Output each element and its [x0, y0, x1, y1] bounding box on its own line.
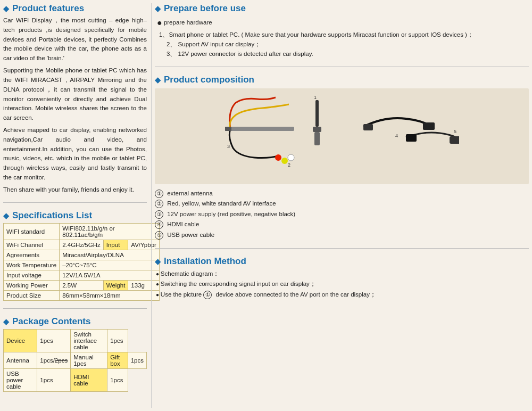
svg-rect-12: [423, 122, 435, 130]
spec-label-input-voltage: Input voltage: [4, 270, 60, 280]
right-column: ◆ Prepare before use ● prepare hardware …: [151, 3, 529, 408]
spec-value-work-temp: –20°C~75°C: [60, 260, 160, 270]
pkg-switch-label: Switch interface cable: [71, 329, 107, 352]
comp-num-5: ⑤: [155, 231, 163, 240]
install-list: Schematic diagram： Switching the corresp…: [155, 269, 529, 300]
svg-rect-6: [225, 127, 231, 131]
svg-rect-7: [315, 100, 319, 127]
diamond-icon-4: ◆: [155, 4, 161, 13]
spec-row-wifi-standard: WIFI standard WIFI802.11b/g/n or 802.11a…: [4, 223, 160, 240]
svg-rect-8: [313, 127, 321, 132]
svg-rect-14: [406, 134, 417, 142]
pkg-hdmi-qty: 1pcs: [107, 368, 128, 391]
install-item-3: Use the picture ① device above connected…: [155, 290, 529, 300]
product-features-title: ◆ Product features: [3, 3, 147, 14]
spec-label-work-temp: Work Temperature: [4, 260, 60, 270]
diamond-icon-2: ◆: [3, 211, 9, 220]
spec-row-agreements: Agreements Miracast/Airplay/DLNA: [4, 250, 160, 260]
comp-item-3: ③ 12V power supply (red positive, negati…: [155, 209, 529, 220]
divider-3: [155, 67, 529, 67]
spec-row-input-voltage: Input voltage 12V/1A 5V/1A: [4, 270, 160, 280]
comp-item-1: ① external antenna: [155, 188, 529, 199]
comp-num-4: ④: [155, 220, 163, 229]
spec-label-weight: Weight: [103, 280, 128, 290]
prepare-list: ● prepare hardware 1、Smart phone or tabl…: [155, 16, 529, 59]
pkg-row-2: Antenna 1pcs/2pcs Manual 1pcs Gift box 1…: [4, 352, 147, 368]
spec-label-agreements: Agreements: [4, 250, 60, 260]
comp-num-1: ①: [155, 190, 163, 198]
comp-num-3: ③: [155, 210, 163, 219]
spec-row-wifi-channel: WiFi Channel 2.4GHz/5GHz Input AV/Ypbpr: [4, 240, 160, 250]
spec-value-working-power: 2.5W: [60, 280, 104, 290]
product-composition-title: ◆ Product composition: [155, 75, 529, 85]
antenna-group: 1: [313, 95, 321, 145]
component-list: ① external antenna ② Red, yellow, white …: [155, 188, 529, 241]
svg-text:3: 3: [227, 144, 230, 149]
package-table: Device 1pcs Switch interface cable 1pcs …: [3, 329, 147, 392]
pkg-device-label: Device: [4, 329, 37, 352]
diamond-icon-6: ◆: [155, 257, 161, 266]
spec-label-input: Input: [103, 240, 128, 250]
pkg-manual-label: Manual 1pcs: [71, 352, 107, 368]
spec-value-wifi-channel: 2.4GHz/5GHz: [60, 240, 104, 250]
spec-label-wifi-standard: WIFI standard: [4, 223, 60, 240]
product-composition-section: ◆ Product composition: [155, 75, 529, 241]
specifications-title: ◆ Specifications List: [3, 210, 147, 221]
svg-point-3: [288, 154, 294, 161]
spec-value-wifi-standard: WIFI802.11b/g/n or 802.11ac/b/g/n: [60, 223, 160, 240]
product-features-body: Car WIFI Display，the most cutting – edge…: [3, 16, 147, 195]
diamond-icon-1: ◆: [3, 4, 9, 13]
svg-rect-0: [230, 127, 294, 131]
pkg-antenna-strike: 2pcs: [55, 357, 68, 364]
pkg-switch-qty: 1pcs: [107, 329, 128, 352]
pkg-usb-label: USB power cable: [4, 368, 37, 391]
page: ◆ Product features Car WIFI Display，the …: [0, 0, 532, 411]
spec-value-input-voltage: 12V/1A 5V/1A: [60, 270, 160, 280]
pkg-usb-qty: 1pcs: [37, 368, 71, 391]
wire-harness-group: 2 3: [225, 97, 294, 168]
hdmi-cable-group: 4: [363, 118, 435, 138]
svg-point-1: [275, 154, 281, 161]
product-features-section: ◆ Product features Car WIFI Display，the …: [3, 3, 147, 195]
package-contents-section: ◆ Package Contents Device 1pcs Switch in…: [3, 316, 147, 392]
prepare-before-use-section: ◆ Prepare before use ● prepare hardware …: [155, 3, 529, 59]
composition-image-area: 2 3 1: [155, 88, 529, 184]
spec-row-work-temp: Work Temperature –20°C~75°C: [4, 260, 160, 270]
pkg-row-1: Device 1pcs Switch interface cable 1pcs: [4, 329, 147, 352]
left-column: ◆ Product features Car WIFI Display，the …: [3, 3, 147, 408]
spec-row-product-size: Product Size 86mm×58mm×18mm: [4, 290, 160, 300]
svg-text:5: 5: [454, 129, 456, 134]
composition-svg: 2 3 1: [225, 95, 459, 177]
pkg-hdmi-label: HDMI cable: [71, 368, 107, 391]
spec-label-working-power: Working Power: [4, 280, 60, 290]
pkg-row-3: USB power cable 1pcs HDMI cable 1pcs: [4, 368, 147, 391]
prepare-item-2: 2、 Support AV input car display；: [155, 39, 529, 49]
spec-label-product-size: Product Size: [4, 290, 60, 300]
installation-method-title: ◆ Installation Method: [155, 256, 529, 267]
spec-label-wifi-channel: WiFi Channel: [4, 240, 60, 250]
svg-rect-11: [363, 124, 373, 130]
svg-text:2: 2: [288, 162, 290, 168]
usb-cable-group: 5: [406, 129, 459, 144]
svg-rect-15: [450, 136, 459, 144]
prepare-before-use-title: ◆ Prepare before use: [155, 3, 529, 14]
bullet-icon: ●: [157, 18, 162, 27]
svg-rect-9: [314, 132, 320, 145]
divider-4: [155, 248, 529, 249]
pkg-device-qty: 1pcs: [37, 329, 71, 352]
comp-item-2: ② Red, yellow, white standard AV interfa…: [155, 199, 529, 209]
pkg-antenna-label: Antenna: [4, 352, 37, 368]
divider-2: [3, 308, 147, 309]
installation-method-section: ◆ Installation Method Schematic diagram：…: [155, 256, 529, 300]
prepare-item-1: 1、Smart phone or tablet PC. ( Make sure …: [155, 30, 529, 39]
spec-value-agreements: Miracast/Airplay/DLNA: [60, 250, 160, 260]
comp-num-2: ②: [155, 200, 163, 208]
pkg-giftbox-qty: 1pcs: [128, 352, 146, 368]
divider-1: [3, 202, 147, 203]
spec-value-product-size: 86mm×58mm×18mm: [60, 290, 160, 300]
specifications-section: ◆ Specifications List WIFI standard WIFI…: [3, 210, 147, 301]
install-circled-1: ①: [203, 291, 212, 299]
package-contents-title: ◆ Package Contents: [3, 316, 147, 327]
comp-item-4: ④ HDMI cable: [155, 219, 529, 230]
comp-item-5: ⑤ USB power cable: [155, 230, 529, 241]
